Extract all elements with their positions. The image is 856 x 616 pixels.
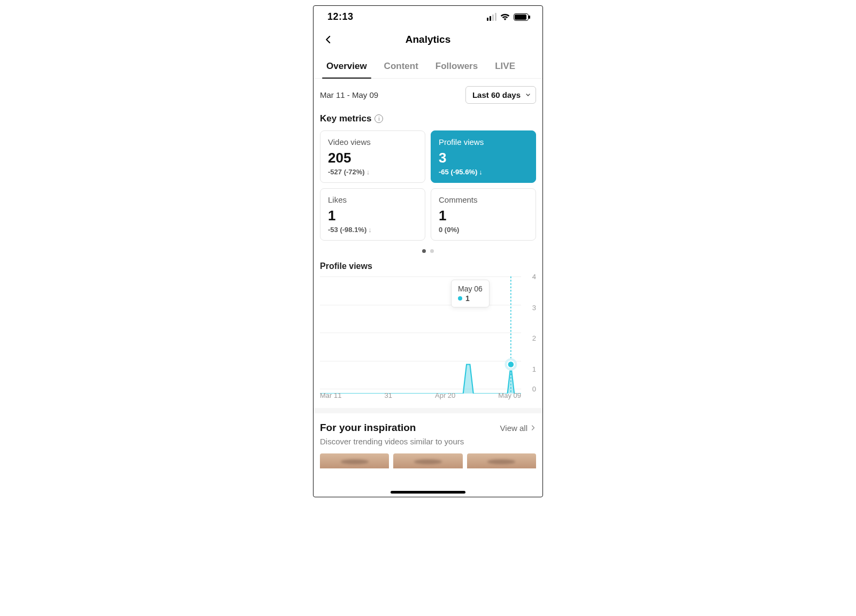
key-metrics-title: Key metrics i [320,113,536,124]
tab-label: Overview [326,61,367,71]
pagination-dots [320,246,536,259]
metric-change: 0 (0%) [439,226,528,234]
tab-label: LIVE [495,61,515,71]
content-area: Mar 11 - May 09 Last 60 days Key metrics… [314,79,542,413]
view-all-link[interactable]: View all [500,424,536,433]
status-bar: 12:13 [314,6,542,26]
svg-point-2 [508,361,514,367]
video-thumbnail[interactable] [320,453,389,468]
chart-area[interactable]: 4 3 2 1 0 May 06 [320,276,536,399]
y-tick: 0 [525,385,536,393]
range-label: Last 60 days [472,90,521,99]
inspiration-header: For your inspiration View all [320,422,536,434]
status-time: 12:13 [327,11,354,22]
y-tick: 1 [525,365,536,373]
tooltip-date: May 06 [458,284,483,293]
chevron-down-icon [525,90,531,99]
view-all-label: View all [500,424,528,433]
dot[interactable] [422,249,426,253]
video-thumbnail[interactable] [467,453,536,468]
y-tick: 3 [525,303,536,311]
page-title: Analytics [314,34,542,45]
section-divider [314,408,542,413]
metric-label: Video views [328,137,417,147]
date-row: Mar 11 - May 09 Last 60 days [320,86,536,104]
chart-plot [320,276,521,394]
metric-value: 1 [328,209,417,222]
dot[interactable] [430,249,434,253]
tab-overview[interactable]: Overview [318,56,376,78]
metric-value: 3 [439,151,528,165]
nav-header: Analytics [314,26,542,56]
metric-change: -53 (-98.1%) ↓ [328,226,417,234]
metric-value: 205 [328,151,417,165]
inspiration-subtitle: Discover trending videos similar to your… [320,437,536,446]
arrow-down-icon: ↓ [368,226,372,234]
battery-icon [514,13,529,21]
x-tick: Apr 20 [435,391,455,399]
metric-label: Likes [328,195,417,204]
tab-live[interactable]: LIVE [486,56,524,78]
metric-change: -65 (-95.6%) ↓ [439,168,528,176]
tab-label: Followers [435,61,478,71]
home-indicator [391,491,465,494]
inspiration-thumbnails [320,453,536,468]
wifi-icon [500,13,510,21]
metric-card-profile-views[interactable]: Profile views 3 -65 (-95.6%) ↓ [431,130,536,183]
metrics-grid: Video views 205 -527 (-72%) ↓ Profile vi… [320,130,536,241]
metric-label: Comments [439,195,528,204]
metric-card-likes[interactable]: Likes 1 -53 (-98.1%) ↓ [320,188,425,241]
x-tick: 31 [385,391,392,399]
date-range-selector[interactable]: Last 60 days [465,86,536,104]
chevron-right-icon [530,425,536,431]
tooltip-dot-icon [458,296,462,301]
x-tick: May 09 [498,391,521,399]
x-axis-labels: Mar 11 31 Apr 20 May 09 [320,391,521,399]
metric-card-comments[interactable]: Comments 1 0 (0%) [431,188,536,241]
key-metrics-title-text: Key metrics [320,113,371,124]
tab-followers[interactable]: Followers [427,56,486,78]
date-range-label: Mar 11 - May 09 [320,90,378,99]
y-tick: 4 [525,273,536,281]
metric-label: Profile views [439,137,528,147]
tab-content[interactable]: Content [376,56,427,78]
chart-section: Profile views 4 3 2 1 0 [320,261,536,399]
inspiration-title: For your inspiration [320,422,416,434]
tab-bar: Overview Content Followers LIVE [314,56,542,79]
cellular-signal-icon [487,13,496,21]
phone-frame: 12:13 Analytics Overview Content Followe… [313,5,543,497]
arrow-down-icon: ↓ [366,168,370,176]
video-thumbnail[interactable] [393,453,462,468]
metric-value: 1 [439,209,528,222]
inspiration-section: For your inspiration View all Discover t… [314,413,542,468]
status-icons [487,13,529,21]
info-icon[interactable]: i [374,114,383,123]
chart-tooltip: May 06 1 [451,280,490,307]
metric-card-video-views[interactable]: Video views 205 -527 (-72%) ↓ [320,130,425,183]
y-tick: 2 [525,334,536,342]
tab-label: Content [384,61,418,71]
x-tick: Mar 11 [320,391,341,399]
tooltip-value: 1 [465,294,470,303]
metric-change: -527 (-72%) ↓ [328,168,417,176]
arrow-down-icon: ↓ [479,168,483,176]
chart-title: Profile views [320,261,536,271]
